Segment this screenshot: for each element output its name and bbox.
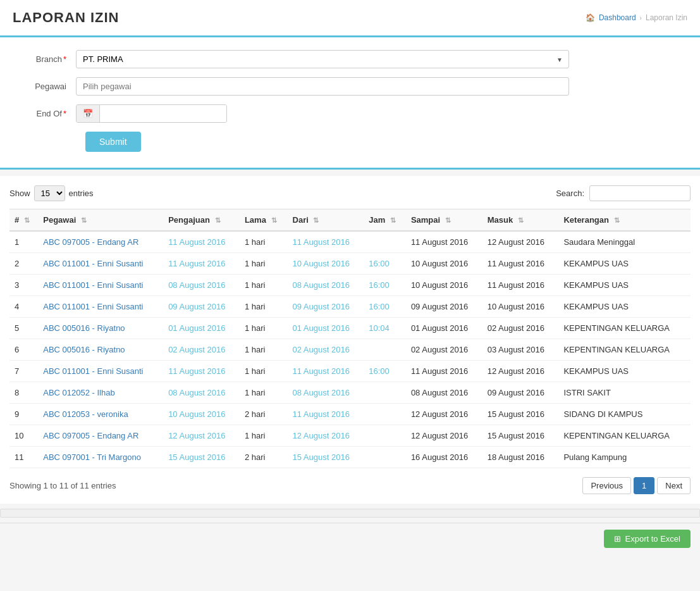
cell-num: 9 <box>9 404 38 425</box>
export-button[interactable]: ⊞ Export to Excel <box>604 530 691 548</box>
page-1-button[interactable]: 1 <box>634 477 654 494</box>
cell-dari: 11 August 2016 <box>288 361 364 382</box>
pagination: Previous 1 Next <box>582 477 691 494</box>
cell-num: 1 <box>9 231 38 253</box>
table-section: Show 15 entries Search: # ⇅ Pegawai ⇅ Pe… <box>0 176 700 504</box>
col-num: # ⇅ <box>9 209 38 232</box>
cell-pegawai[interactable]: ABC 005016 - Riyatno <box>38 318 163 339</box>
cell-lama: 1 hari <box>240 275 288 296</box>
cell-masuk: 10 August 2016 <box>482 296 559 318</box>
cell-jam: 16:00 <box>364 361 406 382</box>
cell-num: 8 <box>9 382 38 404</box>
cell-sampai: 12 August 2016 <box>406 425 482 447</box>
col-pegawai[interactable]: Pegawai ⇅ <box>38 209 163 232</box>
breadcrumb-current: Laporan Izin <box>646 13 687 22</box>
next-button[interactable]: Next <box>657 477 691 494</box>
horizontal-scrollbar[interactable] <box>0 509 700 518</box>
entries-select[interactable]: 15 <box>34 185 65 201</box>
cell-pegawai[interactable]: ABC 011001 - Enni Susanti <box>38 275 163 296</box>
cell-pegawai[interactable]: ABC 012053 - veronika <box>38 404 163 425</box>
cell-pegawai[interactable]: ABC 011001 - Enni Susanti <box>38 296 163 318</box>
submit-button[interactable]: Submit <box>85 132 141 152</box>
prev-button[interactable]: Previous <box>582 477 631 494</box>
date-input[interactable]: 01/08/2016 - 21/08/2016 <box>100 105 226 122</box>
cell-masuk: 18 August 2016 <box>482 447 559 468</box>
table-row: 3 ABC 011001 - Enni Susanti 08 August 20… <box>9 275 691 296</box>
cell-pegawai[interactable]: ABC 011001 - Enni Susanti <box>38 253 163 275</box>
cell-num: 6 <box>9 339 38 361</box>
table-footer: Showing 1 to 11 of 11 entries Previous 1… <box>9 477 691 494</box>
cell-keterangan: KEPENTINGAN KELUARGA <box>558 339 691 361</box>
cell-sampai: 12 August 2016 <box>406 404 482 425</box>
table-row: 10 ABC 097005 - Endang AR 12 August 2016… <box>9 425 691 447</box>
cell-jam <box>364 447 406 468</box>
cell-sampai: 16 August 2016 <box>406 447 482 468</box>
cell-dari: 11 August 2016 <box>288 404 364 425</box>
cell-dari: 10 August 2016 <box>288 253 364 275</box>
cell-masuk: 03 August 2016 <box>482 339 559 361</box>
endof-label: End Of* <box>19 109 76 118</box>
cell-pegawai[interactable]: ABC 097005 - Endang AR <box>38 425 163 447</box>
cell-pegawai[interactable]: ABC 097001 - Tri Margono <box>38 447 163 468</box>
cell-num: 10 <box>9 425 38 447</box>
home-icon: 🏠 <box>586 13 595 22</box>
table-row: 8 ABC 012052 - Ilhab 08 August 2016 1 ha… <box>9 382 691 404</box>
cell-masuk: 15 August 2016 <box>482 425 559 447</box>
search-input[interactable] <box>589 185 691 201</box>
cell-pegawai[interactable]: ABC 097005 - Endang AR <box>38 231 163 253</box>
table-row: 9 ABC 012053 - veronika 10 August 2016 2… <box>9 404 691 425</box>
cell-jam: 16:00 <box>364 296 406 318</box>
table-row: 2 ABC 011001 - Enni Susanti 11 August 20… <box>9 253 691 275</box>
cell-jam: 16:00 <box>364 275 406 296</box>
branch-select-wrapper[interactable]: PT. PRIMA <box>76 50 569 68</box>
cell-sampai: 08 August 2016 <box>406 382 482 404</box>
cell-pengajuan: 12 August 2016 <box>163 425 240 447</box>
col-lama[interactable]: Lama ⇅ <box>240 209 288 232</box>
table-row: 11 ABC 097001 - Tri Margono 15 August 20… <box>9 447 691 468</box>
cell-jam <box>364 339 406 361</box>
col-keterangan[interactable]: Keterangan ⇅ <box>558 209 691 232</box>
search-label: Search: <box>556 189 584 198</box>
cell-dari: 15 August 2016 <box>288 447 364 468</box>
cell-pengajuan: 09 August 2016 <box>163 296 240 318</box>
form-section: Branch* PT. PRIMA Pegawai End Of* 📅 01/0… <box>0 37 700 170</box>
pegawai-input[interactable] <box>76 77 569 96</box>
cell-pengajuan: 01 August 2016 <box>163 318 240 339</box>
cell-num: 3 <box>9 275 38 296</box>
cell-keterangan: Pulang Kampung <box>558 447 691 468</box>
cell-num: 11 <box>9 447 38 468</box>
cell-pegawai[interactable]: ABC 011001 - Enni Susanti <box>38 361 163 382</box>
calendar-icon-button[interactable]: 📅 <box>77 105 100 122</box>
grid-icon: ⊞ <box>614 534 621 544</box>
cell-lama: 1 hari <box>240 361 288 382</box>
cell-sampai: 02 August 2016 <box>406 339 482 361</box>
branch-required: * <box>63 54 66 64</box>
cell-jam <box>364 382 406 404</box>
col-sampai[interactable]: Sampai ⇅ <box>406 209 482 232</box>
col-pengajuan[interactable]: Pengajuan ⇅ <box>163 209 240 232</box>
cell-keterangan: KEKAMPUS UAS <box>558 253 691 275</box>
breadcrumb-home[interactable]: Dashboard <box>599 13 636 22</box>
cell-pegawai[interactable]: ABC 012052 - Ilhab <box>38 382 163 404</box>
data-table: # ⇅ Pegawai ⇅ Pengajuan ⇅ Lama ⇅ Dari ⇅ … <box>9 209 691 468</box>
cell-dari: 02 August 2016 <box>288 339 364 361</box>
cell-keterangan: Saudara Meninggal <box>558 231 691 253</box>
cell-num: 7 <box>9 361 38 382</box>
cell-masuk: 12 August 2016 <box>482 361 559 382</box>
col-jam[interactable]: Jam ⇅ <box>364 209 406 232</box>
breadcrumb: 🏠 Dashboard › Laporan Izin <box>586 13 687 22</box>
cell-pengajuan: 02 August 2016 <box>163 339 240 361</box>
breadcrumb-separator: › <box>640 15 642 22</box>
entries-info: Showing 1 to 11 of 11 entries <box>9 481 116 490</box>
cell-keterangan: KEKAMPUS UAS <box>558 296 691 318</box>
cell-sampai: 11 August 2016 <box>406 361 482 382</box>
col-dari[interactable]: Dari ⇅ <box>288 209 364 232</box>
cell-masuk: 15 August 2016 <box>482 404 559 425</box>
col-masuk[interactable]: Masuk ⇅ <box>482 209 559 232</box>
branch-select[interactable]: PT. PRIMA <box>76 50 569 68</box>
cell-lama: 1 hari <box>240 425 288 447</box>
cell-pegawai[interactable]: ABC 005016 - Riyatno <box>38 339 163 361</box>
entries-control: Show 15 entries <box>9 185 94 201</box>
cell-pengajuan: 08 August 2016 <box>163 382 240 404</box>
endof-row: End Of* 📅 01/08/2016 - 21/08/2016 <box>19 104 681 123</box>
